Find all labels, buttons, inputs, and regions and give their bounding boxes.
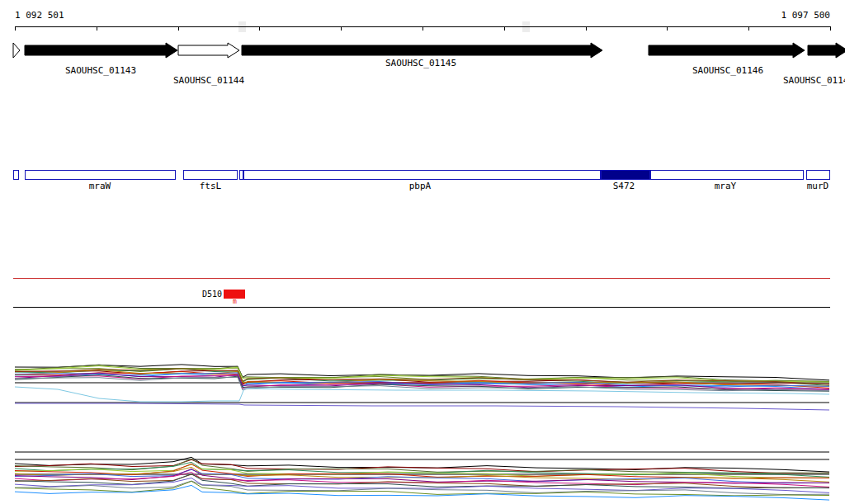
coverage-trace	[15, 403, 829, 410]
gene-label: SAOUHSC_01146	[692, 65, 763, 76]
coverage-plot-lower	[0, 445, 845, 504]
marker-label: D510	[199, 290, 222, 299]
gene-label: SAOUHSC_01144	[173, 75, 244, 86]
feature-box-segment-mraW[interactable]	[25, 170, 176, 180]
gene-arrow-SAOUHSC_01146[interactable]	[649, 43, 805, 58]
gene-arrow-SAOUHSC_01144[interactable]	[178, 43, 239, 58]
feature-box-segment-S472[interactable]	[601, 170, 650, 180]
gene-arrow-SAOUHSC_01143[interactable]	[25, 43, 177, 58]
feature-label: mraY	[715, 181, 737, 191]
feature-label: ftsL	[200, 181, 222, 191]
marker-sub-label: m	[233, 299, 237, 305]
feature-label: S472	[613, 181, 635, 191]
gene-arrow-edge-partial[interactable]	[13, 43, 20, 58]
ruler-tick	[15, 26, 16, 31]
feature-box-segment-edge-left[interactable]	[13, 170, 19, 180]
feature-label: pbpA	[409, 181, 432, 191]
ruler-start-label: 1 092 501	[15, 10, 64, 21]
feature-label: murD	[807, 181, 829, 191]
ruler-tick	[341, 26, 342, 31]
genome-browser-window: 1 092 501 1 097 500 SAOUHSC_01143SAOUHSC…	[0, 0, 845, 504]
gene-label: SAOUHSC_01145	[385, 58, 456, 68]
feature-box-segment-ftsL[interactable]	[183, 170, 238, 180]
ruler-tick	[586, 26, 587, 31]
ruler-tick	[97, 26, 97, 31]
feature-box-segment-pbpA[interactable]	[243, 170, 601, 180]
ruler-end-label: 1 097 500	[781, 10, 830, 21]
black-separator-line	[13, 307, 830, 308]
coverage-trace	[15, 478, 829, 493]
ruler-tick	[178, 26, 179, 31]
gene-arrow-SAOUHSC_01147[interactable]	[808, 43, 845, 58]
coverage-plot-upper	[0, 351, 845, 425]
feature-box-segment-murD[interactable]	[806, 170, 830, 180]
red-separator-line	[13, 278, 830, 279]
ruler-tick	[667, 26, 668, 31]
ruler-tick	[422, 26, 423, 31]
gene-arrow-SAOUHSC_01145[interactable]	[242, 43, 602, 58]
feature-label: mraW	[89, 181, 111, 191]
ruler-tick	[748, 26, 749, 31]
gene-label: SAOUHSC_01147	[783, 75, 845, 86]
ruler-tick	[830, 26, 831, 31]
gene-label: SAOUHSC_01143	[65, 65, 136, 76]
ruler-tick	[504, 26, 505, 31]
coverage-trace	[15, 370, 829, 384]
ruler-tick	[259, 26, 260, 31]
feature-box-segment-mraY[interactable]	[650, 170, 804, 180]
